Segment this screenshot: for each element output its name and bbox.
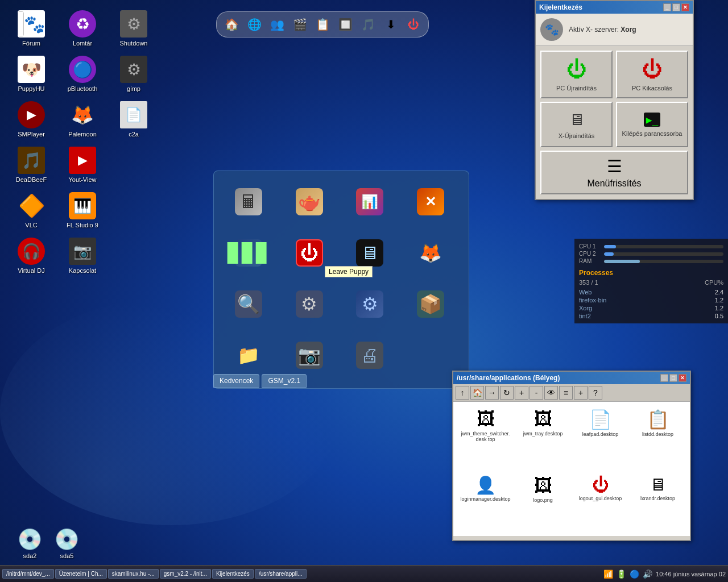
menu-folder[interactable]: 📁 (223, 334, 274, 379)
file-leafpad[interactable]: 📄 leafpad.desktop (573, 406, 628, 471)
tb-usrshare[interactable]: /usr/share/appli... (255, 569, 307, 579)
file-lxrandr[interactable]: 🖥 lxrandr.desktop (630, 473, 685, 531)
file-jwm-theme[interactable]: 🖼 jwm_theme_switcher.desk top (458, 406, 513, 471)
btn-pc-restart[interactable]: ⏻ PC Újraindítás (540, 51, 613, 98)
puppyhu-icon: 🐶 (18, 56, 45, 83)
sda5-label: sda5 (60, 552, 74, 559)
icon-gimp[interactable]: ⚙ gimp (108, 51, 159, 97)
cpu1-row: CPU 1 (579, 243, 723, 250)
menu-equalizer[interactable]: ▊▊▊ (223, 231, 274, 277)
tb-zoomout[interactable]: - (530, 386, 543, 400)
icon-shutdown[interactable]: ⚙ Shutdown (108, 6, 159, 51)
icon-c2a[interactable]: 📄 c2a (108, 97, 159, 142)
tb-uzeneteim[interactable]: Üzeneteim | Ch... (55, 569, 107, 579)
tray-bluetooth[interactable]: 🔵 (630, 569, 639, 579)
btn-menu-refresh[interactable]: ☰ Menüfrissítés (540, 151, 688, 194)
menu-box[interactable]: 📦 (405, 282, 456, 328)
camera-icon: 📷 (296, 342, 323, 369)
proc-firefox-cpu: 1.2 (715, 297, 723, 304)
terminal-icon: ▶_ (644, 113, 661, 127)
tb-initrd[interactable]: /initrd/mnt/dev_... (2, 569, 54, 579)
media-btn[interactable]: 🎬 (289, 14, 310, 35)
power-btn-top[interactable]: ⏻ (403, 14, 424, 35)
kjel-minimize[interactable]: _ (663, 3, 671, 11)
disk-sda2[interactable]: 💿 sda2 (17, 527, 43, 559)
tb-forward[interactable]: → (485, 386, 499, 400)
icon-lomtar[interactable]: ♻ Lomtár (57, 6, 108, 51)
menu-blue-gear[interactable]: ⚙ (344, 282, 395, 328)
download-btn[interactable]: ⬇ (380, 14, 401, 35)
kjel-maximize[interactable]: □ (672, 3, 680, 11)
file-win-btns: _ □ ✕ (660, 374, 686, 382)
menu-gear[interactable]: ⚙ (284, 282, 335, 328)
tb-list[interactable]: ≡ (559, 386, 573, 400)
tab-gsm[interactable]: GSM_v2.1 (262, 374, 307, 388)
jwm-tray-name: jwm_tray.desktop (523, 431, 562, 436)
file-logo[interactable]: 🖼 logo.png (515, 473, 570, 531)
icon-forum[interactable]: 🐾 Fórum (6, 6, 57, 51)
tb-home[interactable]: 🏠 (470, 386, 484, 400)
app-menu: 🖩 🫖 📊 ✕ ▊▊▊ ⏻ 🖥 🦊 🔍 ⚙ ⚙ (213, 171, 469, 389)
file-logout[interactable]: ⏻ logout_gui.desktop (573, 473, 628, 531)
tb-kijelentkezes[interactable]: Kijelentkezés (212, 569, 254, 579)
file-win-close[interactable]: ✕ (679, 374, 686, 382)
jwm-theme-icon: 🖼 (477, 409, 495, 430)
menu-scanner[interactable]: 🖨 (344, 334, 395, 379)
box-icon: 📦 (417, 290, 444, 318)
tb-help[interactable]: ? (589, 386, 602, 400)
menu-search[interactable]: 🔍 (223, 282, 274, 328)
menu-camera[interactable]: 📷 (284, 334, 335, 379)
menu-firefox[interactable]: 🦊 (405, 231, 456, 277)
xcross-icon: ✕ (417, 188, 444, 215)
pc-off-icon: ⏻ (642, 57, 663, 81)
icon-kapcsolat[interactable]: 📷 Kapcsolat (57, 233, 108, 278)
btn-x-restart[interactable]: 🖥 X-Újraindítás (540, 102, 613, 147)
file-loginmanager[interactable]: 👤 loginmanager.desktop (458, 473, 513, 531)
file-win-maximize[interactable]: □ (669, 374, 677, 382)
tb-skamilinux[interactable]: skamilinux.hu -... (108, 569, 159, 579)
file-listdd[interactable]: 📋 listdd.desktop (630, 406, 685, 471)
btn-exit-terminal[interactable]: ▶_ Kilépés parancssorba (616, 102, 688, 147)
disk-sda5[interactable]: 💿 sda5 (54, 527, 80, 559)
youtview-label: Yout-View (69, 176, 97, 183)
users-btn[interactable]: 👥 (267, 14, 287, 35)
icon-youtview[interactable]: ▶ Yout-View (57, 142, 108, 188)
web-btn[interactable]: 🌐 (244, 14, 264, 35)
menu-xcross[interactable]: ✕ (405, 180, 456, 226)
tray-battery[interactable]: 🔋 (617, 569, 626, 579)
tb-up[interactable]: ↑ (456, 386, 469, 400)
jwm-tray-icon: 🖼 (534, 409, 552, 430)
tab-kedvencek[interactable]: Kedvencek (213, 374, 259, 388)
icon-pbluetooth[interactable]: 🔵 pBluetooth (57, 51, 108, 97)
icon-deadbeef[interactable]: 🎵 DeaDBeeF (6, 142, 57, 188)
menu-calculator[interactable]: 🖩 (223, 180, 274, 226)
tb-zoomin[interactable]: + (515, 386, 528, 400)
proc-firefox-name: firefox-bin (579, 297, 606, 304)
icon-smplayer[interactable]: ▶ SMPlayer (6, 97, 57, 142)
kapcsolat-icon: 📷 (69, 238, 96, 265)
tb-gsm[interactable]: gsm_v2.2 - /init... (160, 569, 211, 579)
tray-volume[interactable]: 🔊 (643, 569, 652, 579)
kjel-close[interactable]: ✕ (681, 3, 689, 11)
menu-chart[interactable]: 📊 (344, 180, 395, 226)
xorg-icon: 🐾 (540, 18, 563, 41)
tb-add[interactable]: + (574, 386, 588, 400)
menu-teapot[interactable]: 🫖 (284, 180, 335, 226)
icon-palemoon[interactable]: 🦊 Palemoon (57, 97, 108, 142)
ram-label: RAM (579, 258, 602, 264)
icon-flstudio[interactable]: 🎹 FL Studio 9 (57, 188, 108, 233)
file-win-minimize[interactable]: _ (660, 374, 668, 382)
home-btn[interactable]: 🏠 (221, 14, 242, 35)
icon-puppyhu[interactable]: 🐶 PuppyHU (6, 51, 57, 97)
docs-btn[interactable]: 📋 (312, 14, 333, 35)
icon-vlc[interactable]: 🔶 VLC (6, 188, 57, 233)
tray-network[interactable]: 📶 (603, 569, 613, 579)
apps-btn[interactable]: 🔲 (335, 14, 355, 35)
btn-pc-off[interactable]: ⏻ PC Kikacsolás (616, 51, 688, 98)
leafpad-icon: 📄 (589, 409, 612, 430)
file-jwm-tray[interactable]: 🖼 jwm_tray.desktop (515, 406, 570, 471)
tb-refresh[interactable]: ↻ (500, 386, 514, 400)
music-btn[interactable]: 🎵 (358, 14, 378, 35)
tb-view[interactable]: 👁 (544, 386, 558, 400)
icon-virtualdj[interactable]: 🎧 Virtual DJ (6, 233, 57, 278)
